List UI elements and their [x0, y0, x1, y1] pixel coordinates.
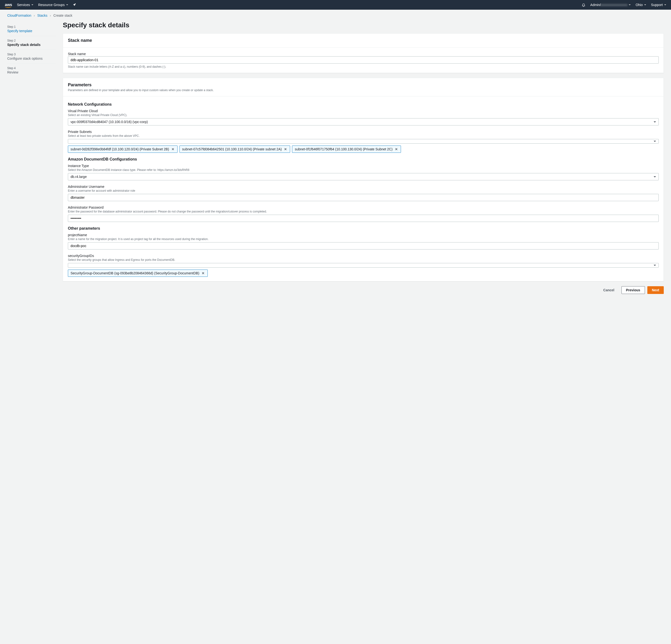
step-number: Step 3 — [7, 53, 55, 56]
subnets-select[interactable] — [68, 139, 659, 144]
parameters-panel: Parameters Parameters are defined in you… — [63, 78, 664, 281]
admin-password-hint: Enter the password for the database admi… — [68, 210, 659, 213]
breadcrumb-current: Create stack — [53, 14, 73, 17]
caret-down-icon — [66, 4, 68, 5]
step-review: Step 4 Review — [7, 64, 55, 77]
pin-icon[interactable] — [73, 3, 76, 7]
instance-type-label: Instance Type — [68, 164, 659, 168]
nav-account-label: Admin/xxxxxxxxxxxxxxxx — [590, 3, 628, 7]
step-specify-template[interactable]: Step 1 Specify template — [7, 22, 55, 36]
caret-down-icon — [644, 4, 646, 5]
stack-name-panel: Stack name Stack name Stack name can inc… — [63, 33, 664, 73]
notifications-icon[interactable] — [582, 3, 585, 7]
subnet-chip: subnet-0d282f398e0b84fdf (10.100.120.0/2… — [68, 146, 178, 153]
vpc-value: vpc-009f0370d4cd84047 (10.100.0.0/16) (v… — [71, 120, 148, 124]
admin-username-input[interactable] — [68, 194, 659, 201]
caret-down-icon — [31, 4, 33, 5]
stack-name-hint: Stack name can include letters (A-Z and … — [68, 65, 659, 69]
vpc-select[interactable]: vpc-009f0370d4cd84047 (10.100.0.0/16) (v… — [68, 118, 659, 125]
topbar: aws Services Resource Groups Admin/xxxxx… — [0, 0, 671, 10]
project-name-hint: Enter a name for the migration project. … — [68, 237, 659, 241]
security-group-hint: Select the security groups that allow In… — [68, 258, 659, 262]
step-title: Specify stack details — [7, 43, 55, 47]
subnet-chip: subnet-0f1f646f071750f64 (10.100.130.0/2… — [292, 146, 401, 153]
remove-chip-icon[interactable]: ✕ — [201, 271, 205, 275]
security-group-chip-label: SecurityGroup-DocumentDB (sg-093be8b2084… — [71, 271, 199, 275]
subnet-chip-label: subnet-0d282f398e0b84fdf (10.100.120.0/2… — [71, 147, 169, 151]
step-number: Step 4 — [7, 66, 55, 70]
remove-chip-icon[interactable]: ✕ — [283, 147, 288, 151]
chevron-right-icon: › — [34, 14, 35, 17]
breadcrumb-cloudformation[interactable]: CloudFormation — [7, 14, 31, 17]
subnet-chip-label: subnet-0f1f646f071750f64 (10.100.130.0/2… — [295, 147, 393, 151]
parameters-desc: Parameters are defined in your template … — [68, 88, 659, 92]
breadcrumb-stacks[interactable]: Stacks — [37, 14, 47, 17]
docdb-heading: Amazon DocumentDB Configurations — [68, 157, 659, 161]
step-title: Review — [7, 70, 55, 74]
remove-chip-icon[interactable]: ✕ — [171, 147, 175, 151]
vpc-label: Virual Private Cloud — [68, 109, 659, 113]
nav-support[interactable]: Support — [651, 3, 666, 7]
step-specify-stack-details: Step 2 Specify stack details — [7, 36, 55, 50]
remove-chip-icon[interactable]: ✕ — [394, 147, 398, 151]
other-heading: Other parameters — [68, 226, 659, 231]
project-name-label: projectName — [68, 233, 659, 237]
step-title: Configure stack options — [7, 57, 55, 60]
nav-region[interactable]: Ohio — [635, 3, 646, 7]
nav-resource-groups[interactable]: Resource Groups — [38, 3, 68, 7]
caret-down-icon — [629, 4, 631, 5]
dropdown-icon — [654, 265, 656, 266]
previous-button[interactable]: Previous — [621, 286, 645, 294]
footer-actions: Cancel Previous Next — [63, 286, 664, 294]
nav-region-label: Ohio — [635, 3, 643, 7]
step-configure-stack-options: Step 3 Configure stack options — [7, 50, 55, 64]
admin-username-hint: Enter a username for account with admini… — [68, 189, 659, 193]
nav-services[interactable]: Services — [17, 3, 33, 7]
security-group-label: securityGroupIDs — [68, 254, 659, 258]
instance-type-value: db.r4.large — [71, 175, 87, 179]
subnet-chip: subnet-07c57fd084b642501 (10.100.110.0/2… — [179, 146, 290, 153]
subnet-chip-label: subnet-07c57fd084b642501 (10.100.110.0/2… — [182, 147, 282, 151]
caret-down-icon — [664, 4, 666, 5]
vpc-hint: Select an existing Virtual Private Cloud… — [68, 113, 659, 117]
nav-resource-groups-label: Resource Groups — [38, 3, 65, 7]
security-group-chip: SecurityGroup-DocumentDB (sg-093be8b2084… — [68, 270, 208, 277]
dropdown-icon — [654, 141, 656, 142]
cancel-button[interactable]: Cancel — [599, 286, 619, 294]
instance-type-select[interactable]: db.r4.large — [68, 173, 659, 180]
step-title: Specify template — [7, 29, 55, 33]
admin-password-label: Administrator Password — [68, 206, 659, 209]
parameters-header: Parameters — [68, 83, 659, 87]
nav-services-label: Services — [17, 3, 30, 7]
admin-username-label: Administrator Username — [68, 185, 659, 188]
page-title: Specify stack details — [63, 21, 664, 29]
subnets-label: Private Subnets — [68, 130, 659, 134]
security-group-select[interactable] — [68, 263, 659, 268]
next-button[interactable]: Next — [647, 286, 664, 294]
step-number: Step 2 — [7, 39, 55, 42]
network-heading: Network Configurations — [68, 102, 659, 107]
nav-support-label: Support — [651, 3, 663, 7]
step-number: Step 1 — [7, 25, 55, 28]
stack-name-input[interactable] — [68, 56, 659, 64]
admin-password-input[interactable] — [68, 215, 659, 222]
stack-name-header: Stack name — [68, 38, 659, 43]
chevron-right-icon: › — [50, 14, 51, 17]
instance-type-hint: Select the Amazon DocumentDB instance cl… — [68, 168, 659, 172]
wizard-sidebar: Step 1 Specify template Step 2 Specify s… — [7, 21, 55, 77]
project-name-input[interactable] — [68, 242, 659, 249]
dropdown-icon — [654, 121, 656, 123]
breadcrumb: CloudFormation › Stacks › Create stack — [0, 10, 671, 21]
subnets-hint: Select at least two private subnets from… — [68, 134, 659, 138]
dropdown-icon — [654, 176, 656, 177]
stack-name-label: Stack name — [68, 52, 659, 56]
nav-account[interactable]: Admin/xxxxxxxxxxxxxxxx — [590, 3, 631, 7]
aws-logo[interactable]: aws — [5, 3, 12, 7]
